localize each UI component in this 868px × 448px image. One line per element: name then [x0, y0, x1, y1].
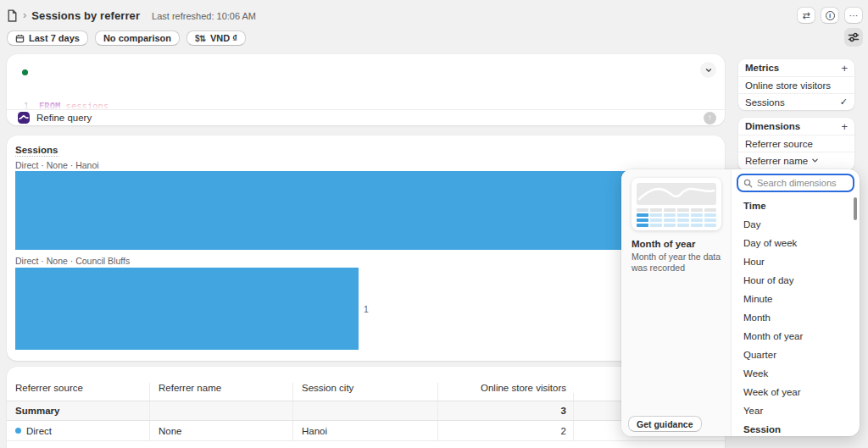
column-header[interactable]: Online store visitors: [437, 383, 573, 401]
bar-value-label: 1: [364, 304, 369, 314]
search-dimensions-input[interactable]: [757, 178, 848, 188]
page-title: Sessions by referrer: [31, 9, 140, 22]
preview-thumbnail: [632, 178, 721, 230]
date-range-label: Last 7 days: [29, 33, 80, 43]
document-icon: [7, 9, 18, 22]
currency-exchange-icon: $⇅: [195, 34, 206, 43]
table-row[interactable]: Direct None Hanoi 2: [7, 421, 725, 441]
dimension-item-referrer-source[interactable]: Referrer source: [738, 135, 854, 152]
sidekick-ai-icon: [18, 112, 30, 124]
dimension-option-day-of-week[interactable]: Day of week: [732, 234, 860, 252]
add-metric-button[interactable]: +: [841, 62, 848, 75]
table-summary-row: Summary 3: [7, 401, 725, 421]
currency-button[interactable]: $⇅ VND ₫: [186, 30, 246, 46]
bar-category-label: Direct · None · Hanoi: [15, 160, 99, 170]
dimension-list-pane: Time Day Day of week Hour Hour of day Mi…: [732, 169, 860, 436]
empty-cell: [149, 401, 292, 420]
metrics-title: Metrics: [745, 63, 779, 73]
dimension-option-day[interactable]: Day: [732, 215, 860, 234]
add-dimension-button[interactable]: +: [841, 120, 848, 133]
currency-label: VND ₫: [210, 33, 237, 43]
dimension-option-month[interactable]: Month: [732, 308, 860, 327]
column-header[interactable]: Referrer source: [7, 383, 149, 401]
dimension-option-hour[interactable]: Hour: [732, 252, 860, 271]
dimension-option-hour-of-day[interactable]: Hour of day: [732, 271, 860, 290]
chart-bar[interactable]: [15, 268, 359, 350]
dimension-picker-popup: Month of year Month of year the data was…: [621, 169, 860, 436]
preview-title: Month of year: [632, 239, 695, 249]
metric-item-sessions[interactable]: Sessions ✓: [738, 93, 854, 110]
bar-category-label: Direct · None · Council Bluffs: [15, 256, 130, 266]
session-city-cell: Hanoi: [292, 421, 437, 440]
info-button[interactable]: i: [821, 7, 839, 24]
metrics-panel: Metrics + Online store visitors Sessions…: [738, 59, 854, 110]
preview-description: Month of year the data was recorded: [632, 252, 721, 274]
search-dimensions-box[interactable]: [737, 174, 854, 192]
refresh-icon: ⇄: [802, 10, 810, 21]
collapse-query-button[interactable]: [700, 62, 716, 78]
comparison-label: No comparison: [103, 33, 171, 43]
dimensions-panel-header: Dimensions +: [738, 118, 854, 135]
metric-item-online-store-visitors[interactable]: Online store visitors: [738, 76, 854, 93]
display-settings-toggle[interactable]: [844, 28, 863, 47]
results-table-card: Referrer source Referrer name Session ci…: [7, 367, 725, 448]
visitors-cell: 2: [437, 421, 573, 440]
dimension-label: Referrer name: [745, 156, 808, 166]
breadcrumb-separator: ›: [23, 8, 26, 21]
dimensions-title: Dimensions: [745, 121, 800, 131]
dimension-option-quarter[interactable]: Quarter: [732, 346, 860, 364]
dimension-option-week[interactable]: Week: [732, 364, 860, 383]
more-icon: ···: [849, 10, 859, 20]
get-guidance-button[interactable]: Get guidance: [628, 416, 702, 432]
dimension-preview-pane: Month of year Month of year the data was…: [621, 169, 732, 436]
dimension-option-month-of-year[interactable]: Month of year: [732, 327, 860, 346]
series-color-dot: [15, 428, 21, 434]
dimension-options-list: Time Day Day of week Hour Hour of day Mi…: [732, 196, 860, 436]
check-icon: ✓: [840, 97, 848, 108]
summary-visitors-value: 3: [437, 401, 573, 420]
dimension-option-year[interactable]: Year: [732, 401, 860, 420]
preview-line-chart: [637, 183, 716, 205]
chart-title[interactable]: Sessions: [15, 145, 58, 157]
refresh-button[interactable]: ⇄: [797, 7, 815, 24]
more-actions-button[interactable]: ···: [844, 7, 863, 24]
refine-query-input[interactable]: Refine query ↑: [7, 109, 725, 125]
chevron-down-icon: [811, 157, 819, 164]
dimension-label: Referrer source: [745, 139, 813, 149]
table-header-row: Referrer source Referrer name Session ci…: [7, 367, 725, 401]
query-editor-card: 1FROM sessions 2 SHOW online_store_visit…: [7, 54, 725, 125]
date-range-button[interactable]: Last 7 days: [7, 30, 88, 46]
table-row-partial: [7, 441, 725, 448]
calendar-icon: [15, 34, 25, 43]
metrics-panel-header: Metrics +: [738, 59, 854, 76]
submit-query-button[interactable]: ↑: [704, 112, 716, 124]
breadcrumb: › Sessions by referrer Last refreshed: 1…: [7, 7, 256, 24]
dimension-option-minute[interactable]: Minute: [732, 290, 860, 308]
referrer-source-cell: Direct: [7, 421, 149, 440]
refine-query-label: Refine query: [36, 113, 92, 123]
dimension-group-session: Session: [732, 420, 860, 436]
analytics-page: › Sessions by referrer Last refreshed: 1…: [0, 0, 868, 448]
dimension-option-week-of-year[interactable]: Week of year: [732, 383, 860, 401]
dimension-group-time: Time: [732, 196, 860, 215]
column-header[interactable]: Session city: [292, 383, 437, 401]
sliders-icon: [848, 31, 860, 43]
preview-table-graphic: [637, 208, 716, 227]
metric-label: Sessions: [745, 97, 785, 108]
dimension-item-referrer-name[interactable]: Referrer name: [738, 152, 854, 169]
query-status-dot: [22, 69, 28, 75]
chart-bar[interactable]: [15, 171, 702, 250]
dimensions-panel: Dimensions + Referrer source Referrer na…: [738, 118, 854, 170]
column-header[interactable]: Referrer name: [149, 383, 292, 401]
popup-scrollbar-thumb[interactable]: [854, 197, 857, 220]
summary-label: Summary: [7, 401, 149, 420]
comparison-button[interactable]: No comparison: [95, 30, 180, 46]
sessions-chart-card: Sessions Direct · None · Hanoi Direct · …: [7, 136, 725, 361]
last-refreshed-text: Last refreshed: 10:06 AM: [152, 11, 256, 21]
info-icon: i: [826, 11, 835, 20]
metric-label: Online store visitors: [745, 80, 831, 91]
search-icon: [743, 179, 753, 188]
referrer-name-cell: None: [149, 421, 292, 440]
empty-cell: [292, 401, 437, 420]
